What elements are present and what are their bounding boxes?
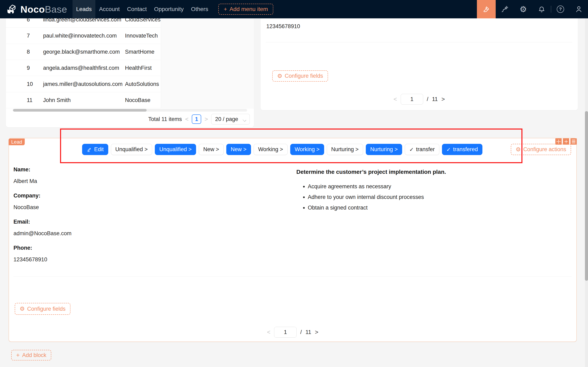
action-button-nurturing--[interactable]: Nurturing >	[366, 144, 402, 155]
drag-handle-icon[interactable]	[555, 138, 562, 145]
table-row-filler	[161, 92, 254, 108]
row-index-cell: 8	[27, 44, 41, 60]
table-row-filler	[161, 76, 254, 92]
pager-separator: /	[427, 96, 429, 102]
email-cell: John Smith	[43, 92, 71, 108]
add-icon[interactable]	[563, 138, 569, 145]
user-icon[interactable]	[570, 0, 588, 18]
email-cell: angela.adams@healthfirst.com	[43, 60, 119, 76]
lead-notes: Determine the customer’s project impleme…	[296, 163, 571, 213]
configure-actions-button[interactable]: ⚙ Configure actions	[511, 144, 571, 155]
page-size-select[interactable]: 20 / page	[211, 114, 250, 125]
notes-bullet: Adhere to your own internal discount pro…	[308, 192, 571, 202]
company-cell: NocoBase	[125, 92, 150, 108]
pager-separator: /	[300, 329, 302, 335]
table-row[interactable]: 11John SmithNocoBase	[6, 92, 254, 108]
edit-pencil-icon	[86, 147, 92, 152]
action-button-new--[interactable]: New >	[199, 144, 224, 155]
settings-gear-icon[interactable]: ⚙	[514, 0, 532, 18]
menu-icon[interactable]	[571, 138, 577, 145]
nav-item-contact[interactable]: Contact	[123, 0, 150, 18]
notes-heading: Determine the customer’s project impleme…	[296, 168, 571, 175]
pagination-page-1[interactable]: 1	[192, 115, 201, 124]
lead-detail-block: 12345678910 ⚙ Configure fields < 1 / 11 …	[261, 18, 578, 110]
table-row[interactable]: 8george.black@smarthome.comSmartHome	[6, 44, 254, 60]
action-button-transfered[interactable]: ✓transfered	[442, 144, 482, 155]
pager-prev-icon[interactable]: <	[267, 329, 270, 336]
check-icon: ✓	[409, 147, 414, 152]
action-button-working--[interactable]: Working >	[290, 144, 324, 155]
add-menu-item-button[interactable]: + Add menu item	[218, 4, 273, 15]
action-button-label: Nurturing >	[370, 146, 398, 153]
help-icon[interactable]: ?	[551, 0, 570, 18]
company-cell: InnovateTech	[125, 28, 158, 44]
action-button-new--[interactable]: New >	[226, 144, 251, 155]
table-pagination: Total 11 items < 1 > 20 / page	[148, 114, 250, 125]
detail-pager: < 1 / 11 >	[261, 94, 578, 105]
action-button-nurturing--[interactable]: Nurturing >	[327, 144, 363, 155]
action-button-unqualified--[interactable]: Unqualified >	[111, 144, 152, 155]
action-button-working--[interactable]: Working >	[254, 144, 288, 155]
action-button-transfer[interactable]: ✓transfer	[405, 144, 439, 155]
lead-block: Lead EditUnqualified >Unqualified >New >…	[9, 138, 577, 342]
action-button-label: Unqualified >	[115, 146, 148, 153]
pagination-prev-icon[interactable]: <	[185, 116, 189, 123]
scrollbar-thumb[interactable]	[585, 111, 588, 281]
nav-item-account[interactable]: Account	[95, 0, 123, 18]
pager-page-input[interactable]: 1	[274, 327, 297, 338]
company-cell: SmartHome	[125, 44, 154, 60]
notification-bell-icon[interactable]	[532, 0, 551, 18]
field-value: Albert Ma	[13, 178, 279, 185]
email-cell: george.black@smarthome.com	[43, 44, 120, 60]
row-index-cell: 9	[27, 60, 41, 76]
email-cell: paul.white@innovatetech.com	[43, 28, 117, 44]
pager-total: 11	[432, 96, 438, 102]
block-designer-toolbar	[555, 138, 577, 145]
field-label: Company:	[13, 192, 279, 199]
check-icon: ✓	[446, 147, 451, 152]
action-button-edit[interactable]: Edit	[82, 144, 108, 155]
row-index-cell: 10	[27, 76, 41, 92]
nav-item-leads[interactable]: Leads	[72, 0, 95, 18]
action-button-label: Edit	[94, 146, 104, 153]
nav-item-opportunity[interactable]: Opportunity	[150, 0, 188, 18]
pager-total: 11	[305, 329, 311, 335]
pagination-next-icon[interactable]: >	[204, 116, 208, 123]
company-cell: CloudServices	[125, 18, 161, 28]
action-button-label: New >	[231, 146, 247, 153]
pagination-total: Total 11 items	[148, 116, 182, 122]
plugin-icon[interactable]	[496, 0, 514, 18]
row-index-cell: 11	[27, 92, 41, 108]
configure-fields-button[interactable]: ⚙ Configure fields	[15, 303, 70, 315]
configure-fields-button[interactable]: ⚙ Configure fields	[272, 70, 328, 82]
notes-bullet: Obtain a signed contract	[308, 202, 571, 213]
action-button-label: Nurturing >	[331, 146, 359, 153]
action-button-label: Working >	[295, 146, 320, 153]
email-cell: linda.green@cloudservices.com	[43, 18, 121, 28]
pager-next-icon[interactable]: >	[441, 96, 445, 103]
pager-prev-icon[interactable]: <	[394, 96, 397, 103]
field-value: 12345678910	[13, 256, 279, 263]
navbar-right-icons: ⚙ ?	[477, 0, 588, 18]
navbar: NocoBase LeadsAccountContactOpportunityO…	[0, 0, 588, 18]
table-row[interactable]: 6linda.green@cloudservices.comCloudServi…	[6, 18, 254, 28]
action-button-label: transfer	[416, 146, 435, 153]
table-row[interactable]: 10james.miller@autosolutions.comAutoSolu…	[6, 76, 254, 92]
gear-icon: ⚙	[277, 73, 282, 79]
table-row[interactable]: 7paul.white@innovatetech.comInnovateTech	[6, 28, 254, 44]
table-horizontal-scrollbar-track	[13, 109, 247, 112]
pager-next-icon[interactable]: >	[315, 329, 318, 336]
action-button-unqualified--[interactable]: Unqualified >	[155, 144, 196, 155]
ui-editor-pen-icon[interactable]	[477, 0, 496, 18]
table-row-filler	[161, 60, 254, 76]
table-row[interactable]: 9angela.adams@healthfirst.comHealthFirst	[6, 60, 254, 76]
nav-item-others[interactable]: Others	[187, 0, 212, 18]
field-label: Phone:	[13, 244, 279, 251]
pager-page-input[interactable]: 1	[401, 94, 423, 105]
lead-fields: Name:Albert MaCompany:NocoBaseEmail:admi…	[13, 161, 279, 263]
action-button-label: Working >	[258, 146, 283, 153]
table-horizontal-scrollbar-thumb[interactable]	[13, 109, 147, 112]
add-block-button[interactable]: + Add block	[11, 350, 51, 360]
field-label: Name:	[13, 166, 279, 173]
lead-pager: < 1 / 11 >	[9, 327, 576, 338]
